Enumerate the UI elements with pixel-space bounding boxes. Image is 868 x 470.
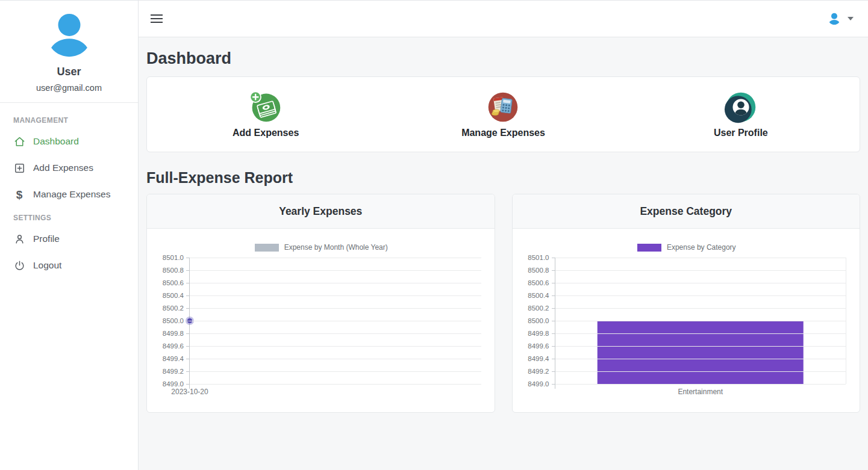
shortcut-manage-expenses[interactable]: Manage Expenses — [384, 77, 622, 152]
axis-tickmark — [552, 283, 555, 283]
add-expenses-icon — [249, 90, 283, 124]
sidebar-item-profile[interactable]: Profile — [0, 226, 138, 252]
topbar-user-menu[interactable] — [827, 11, 854, 26]
plot-area: 2023-10-20 — [189, 258, 481, 384]
gridline — [190, 295, 481, 296]
legend-swatch — [637, 244, 661, 252]
gridline — [555, 346, 846, 347]
legend-swatch — [255, 244, 279, 252]
legend-label: Expense by Category — [667, 243, 736, 252]
sidebar-item-label: Logout — [33, 260, 61, 271]
sidebar-item-logout[interactable]: Logout — [0, 252, 138, 279]
home-icon — [13, 135, 25, 147]
y-tick-label: 8499.0 — [163, 380, 184, 388]
nav-section-management: MANAGEMENT — [0, 110, 138, 128]
main-column: Dashboard Add Expenses — [139, 0, 868, 470]
y-tick-label: 8499.8 — [163, 330, 184, 337]
axis-tickmark — [186, 359, 190, 359]
legend-label: Expense by Month (Whole Year) — [284, 243, 388, 252]
axis-tickmark — [186, 371, 190, 372]
sidebar-item-dashboard[interactable]: Dashboard — [0, 128, 138, 155]
sidebar-nav: MANAGEMENT Dashboard Add Expenses $ Mana… — [0, 103, 138, 279]
sidebar-item-label: Manage Expenses — [33, 189, 110, 200]
chart-legend: Expense by Category — [527, 243, 847, 252]
axis-tickmark — [186, 283, 190, 283]
chart-card-body: Expense by Category 8501.08500.88500.685… — [513, 229, 860, 384]
axis-tickmark — [552, 308, 555, 309]
axis-tickmark — [552, 270, 555, 271]
topbar-avatar-icon — [827, 11, 841, 26]
chevron-down-icon — [848, 17, 854, 20]
sidebar-item-label: Dashboard — [33, 136, 79, 147]
line-chart: 8501.08500.88500.68500.48500.28500.08499… — [161, 258, 481, 384]
gridline — [190, 384, 481, 385]
gridline — [190, 308, 481, 309]
data-bar[interactable] — [597, 321, 804, 384]
sidebar-user-name: User — [0, 66, 138, 78]
axis-tickmark — [552, 359, 555, 359]
shortcut-label: Manage Expenses — [461, 128, 545, 138]
topbar — [139, 0, 868, 37]
chart-title: Yearly Expenses — [279, 205, 362, 218]
y-tick-label: 8501.0 — [528, 254, 549, 261]
user-avatar-icon — [43, 8, 96, 63]
x-axis-label: Entertainment — [678, 388, 723, 396]
axis-tickmark — [552, 295, 555, 296]
content: Dashboard Add Expenses — [139, 37, 868, 470]
axis-tickmark — [552, 258, 555, 258]
gridline — [555, 321, 846, 321]
plus-square-icon — [13, 162, 25, 174]
y-tick-label: 8500.8 — [163, 267, 184, 274]
gridline — [190, 346, 481, 347]
gridline — [555, 295, 846, 296]
sidebar-item-add-expenses[interactable]: Add Expenses — [0, 155, 138, 181]
axis-tickmark — [552, 321, 555, 321]
y-tick-label: 8499.2 — [528, 368, 549, 375]
gridline — [555, 283, 846, 283]
chart-card-body: Expense by Month (Whole Year) 8501.08500… — [147, 229, 495, 384]
report-title: Full-Expense Report — [146, 169, 860, 187]
user-profile-icon — [724, 90, 758, 124]
gridline — [555, 384, 846, 385]
gridline — [555, 308, 846, 309]
y-tick-label: 8500.4 — [163, 292, 184, 299]
sidebar-item-label: Profile — [33, 233, 60, 244]
gridline — [555, 258, 846, 258]
gridline — [555, 359, 846, 359]
person-icon — [13, 233, 25, 245]
hamburger-menu-icon[interactable] — [151, 12, 164, 25]
sidebar-user-block: User user@gmail.com — [0, 1, 138, 103]
chart-title: Expense Category — [640, 205, 732, 218]
nav-section-settings: SETTINGS — [0, 208, 138, 226]
y-tick-label: 8499.8 — [528, 330, 549, 337]
axis-tickmark — [186, 384, 190, 385]
y-axis-labels: 8501.08500.88500.68500.48500.28500.08499… — [161, 258, 189, 384]
shortcut-add-expenses[interactable]: Add Expenses — [147, 77, 384, 152]
shortcuts-card: Add Expenses — [146, 76, 860, 152]
chart-card-header: Expense Category — [513, 194, 860, 229]
shortcut-label: Add Expenses — [233, 128, 299, 138]
y-tick-label: 8500.2 — [528, 305, 549, 312]
shortcut-label: User Profile — [714, 128, 768, 138]
y-tick-label: 8499.2 — [163, 368, 184, 375]
y-axis-labels: 8501.08500.88500.68500.48500.28500.08499… — [527, 258, 555, 384]
y-tick-label: 8499.6 — [528, 342, 549, 350]
sidebar-item-label: Add Expenses — [33, 162, 93, 173]
yearly-expenses-chart-card: Yearly Expenses Expense by Month (Whole … — [146, 194, 495, 413]
y-tick-label: 8500.8 — [528, 267, 549, 274]
sidebar-item-manage-expenses[interactable]: $ Manage Expenses — [0, 181, 138, 208]
axis-tickmark — [186, 270, 190, 271]
y-tick-label: 8500.6 — [528, 279, 549, 286]
chart-legend: Expense by Month (Whole Year) — [161, 243, 481, 252]
charts-row: Yearly Expenses Expense by Month (Whole … — [146, 194, 860, 413]
y-tick-label: 8500.0 — [163, 317, 184, 324]
expense-category-chart-card: Expense Category Expense by Category 850… — [512, 194, 861, 413]
dollar-icon: $ — [13, 188, 25, 200]
gridline — [555, 333, 846, 334]
y-tick-label: 8499.0 — [528, 380, 549, 388]
axis-tickmark — [552, 371, 555, 372]
axis-tickmark — [552, 384, 555, 385]
sidebar: User user@gmail.com MANAGEMENT Dashboard… — [0, 0, 139, 470]
gridline — [555, 371, 846, 372]
shortcut-user-profile[interactable]: User Profile — [622, 77, 860, 152]
